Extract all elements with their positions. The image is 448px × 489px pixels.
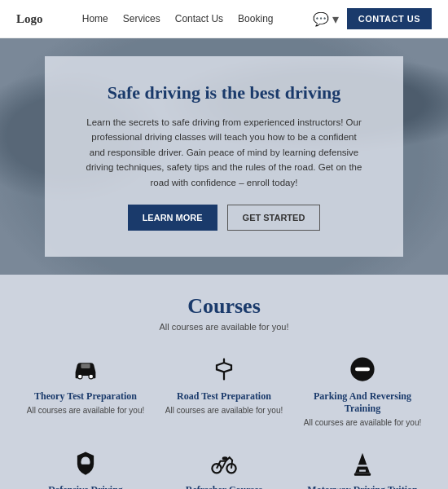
- hero-buttons: LEARN MORE GET STARTED: [86, 205, 362, 231]
- car-icon: [71, 355, 100, 384]
- svg-rect-14: [358, 465, 367, 466]
- course-item-refresher[interactable]: Refresher Courses All courses are availa…: [155, 442, 293, 489]
- learn-more-button[interactable]: LEARN MORE: [128, 205, 217, 231]
- svg-point-0: [77, 374, 82, 379]
- hero-text: Learn the secrets to safe driving from e…: [86, 115, 362, 190]
- chat-icon[interactable]: 💬 ▾: [313, 11, 339, 27]
- get-started-button[interactable]: GET STARTED: [227, 205, 321, 231]
- noentry-icon: [348, 355, 377, 384]
- nav-home[interactable]: Home: [82, 13, 108, 24]
- cone-icon: [348, 448, 377, 478]
- hero-overlay: Safe driving is the best driving Learn t…: [45, 56, 403, 257]
- nav-right: 💬 ▾ CONTACT US: [313, 8, 432, 29]
- navbar: Logo Home Services Contact Us Booking 💬 …: [0, 0, 448, 38]
- course-item-road[interactable]: Road Test Preparation All courses are av…: [155, 348, 293, 434]
- course-refresher-name: Refresher Courses: [186, 484, 263, 489]
- logo: Logo: [16, 12, 43, 26]
- hero-title: Safe driving is the best driving: [86, 82, 362, 104]
- courses-subtitle: All courses are available for you!: [16, 322, 432, 332]
- course-road-desc: All courses are available for you!: [165, 406, 283, 415]
- courses-section: Courses All courses are available for yo…: [0, 275, 448, 489]
- course-road-name: Road Test Preparation: [177, 390, 271, 403]
- svg-rect-2: [81, 363, 90, 368]
- svg-point-1: [89, 374, 94, 379]
- shield-helmet-icon: [71, 448, 100, 478]
- nav-booking[interactable]: Booking: [238, 13, 273, 24]
- course-defensive-name: Defensive Driving Instruction: [24, 484, 147, 489]
- course-item-theory[interactable]: Theory Test Preparation All courses are …: [16, 348, 155, 434]
- course-theory-desc: All courses are available for you!: [27, 406, 145, 415]
- motorcycle-icon: [209, 448, 239, 478]
- course-item-parking[interactable]: Parking And Reversing Training All cours…: [293, 348, 432, 434]
- contact-button[interactable]: CONTACT US: [347, 8, 432, 29]
- svg-point-11: [222, 456, 228, 460]
- nav-contact[interactable]: Contact Us: [175, 13, 223, 24]
- nav-services[interactable]: Services: [123, 13, 160, 24]
- course-item-defensive[interactable]: Defensive Driving Instruction All course…: [16, 442, 155, 489]
- hero-section: Safe driving is the best driving Learn t…: [0, 38, 448, 275]
- course-item-motorway[interactable]: Motorway Driving Tuition All courses are…: [293, 442, 432, 489]
- courses-grid: Theory Test Preparation All courses are …: [16, 348, 432, 489]
- hero-content: Safe driving is the best driving Learn t…: [45, 56, 403, 257]
- svg-rect-7: [355, 368, 370, 372]
- course-theory-name: Theory Test Preparation: [34, 390, 137, 403]
- svg-rect-13: [354, 473, 371, 475]
- nav-links: Home Services Contact Us Booking: [82, 13, 274, 24]
- course-parking-name: Parking And Reversing Training: [301, 390, 424, 415]
- courses-title: Courses: [16, 294, 432, 319]
- svg-rect-15: [359, 469, 366, 471]
- course-motorway-name: Motorway Driving Tuition: [307, 484, 417, 489]
- course-parking-desc: All courses are available for you!: [304, 418, 422, 427]
- signpost-icon: [209, 355, 239, 384]
